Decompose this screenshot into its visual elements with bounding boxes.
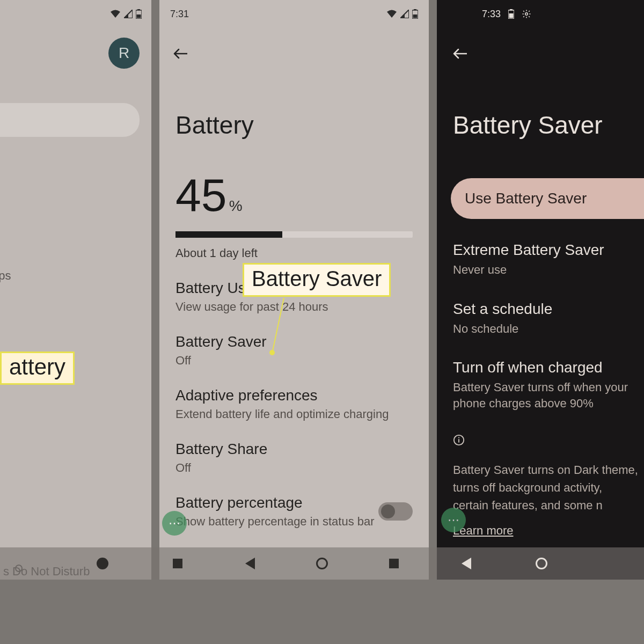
svg-rect-7 [510,9,513,10]
nav-recent-button[interactable] [389,559,399,568]
settings-item-apps[interactable]: ent apps, default apps [0,260,151,297]
signal-icon [124,10,133,18]
toggle-switch[interactable] [378,502,413,521]
battery-percent-value: 45 [175,169,227,222]
nav-seg-panel1 [0,558,215,569]
page-title: Battery [159,59,429,140]
avatar-initial: R [119,45,129,62]
status-bar: 7:31 [159,0,429,28]
svg-rect-1 [137,9,140,10]
callout-text: Battery Saver [252,267,382,290]
tutorial-fab-icon[interactable]: ⋯ [162,511,187,536]
battery-saver-panel: 7:33 Battery Saver Use Battery Saver Ext… [437,0,644,580]
svg-rect-5 [413,14,418,18]
row-title: Adaptive preferences [175,387,413,404]
arrow-left-icon [173,48,187,59]
nav-seg-panel3 [429,558,644,569]
row-title: Set a schedule [453,301,644,318]
row-sub: No schedule [453,321,644,337]
settings-item-sub: day left [0,386,151,400]
signal-icon [400,10,409,18]
svg-rect-2 [137,14,141,18]
nav-back-button[interactable] [245,558,255,569]
settings-item-sub: .85 GB free [0,445,151,459]
battery-level-fill [175,231,282,238]
row-title: Extreme Battery Saver [453,241,644,259]
row-sub: Off [175,461,413,475]
row-title: Turn off when charged [453,359,644,376]
battery-percentage-toggle-row[interactable]: Battery percentage Show battery percenta… [159,475,429,529]
nav-home-button[interactable] [316,558,328,569]
nav-recent-button[interactable] [173,559,182,568]
callout-battery-highlight: attery [0,352,75,385]
search-settings-field[interactable]: ttings [0,103,140,137]
svg-rect-4 [414,9,416,10]
battery-icon [508,9,514,19]
settings-home-panel: R ttings & internet hotspot d devices ri… [0,0,151,580]
settings-item-connected-devices[interactable]: d devices ring [0,206,151,260]
row-sub: Battery Saver turns off when your phone … [453,379,644,411]
row-sub: Off [175,354,413,368]
battery-icon [412,9,418,19]
row-sub: View usage for past 24 hours [175,300,413,314]
back-button[interactable] [437,28,644,59]
turn-off-when-charged-row[interactable]: Turn off when charged Battery Saver turn… [437,336,644,411]
row-sub: Extend battery life and optimize chargin… [175,407,413,421]
row-sub: Never use [453,262,644,278]
arrow-left-icon [453,48,467,59]
status-icons [386,9,418,19]
nav-home-button[interactable] [97,558,108,569]
status-bar: 7:33 [437,0,644,28]
status-time: 7:31 [170,9,189,20]
avatar-row: R [0,28,151,84]
extreme-battery-saver-row[interactable]: Extreme Battery Saver Never use [437,219,644,278]
gear-icon [522,9,531,19]
set-schedule-row[interactable]: Set a schedule No schedule [437,278,644,337]
settings-item-storage[interactable]: .85 GB free [0,414,151,473]
row-title: Battery Share [175,441,413,458]
toggle-knob [381,504,395,518]
settings-item-sub: story, conversations [0,319,151,333]
status-bar [0,0,151,28]
settings-item-sub: ring [0,232,151,246]
wifi-icon [386,10,397,18]
settings-item-network[interactable]: & internet hotspot [0,151,151,206]
settings-item-notifications[interactable]: story, conversations [0,297,151,347]
callout-pointer-dot [269,350,275,355]
battery-level-bar [175,231,413,238]
settings-item-sound[interactable]: ibration [0,473,151,533]
battery-icon [136,9,142,19]
svg-rect-8 [509,13,514,18]
svg-point-9 [525,13,528,16]
page-title: Battery Saver [437,59,644,140]
info-icon [437,412,644,446]
battery-saver-row[interactable]: Battery Saver Off [159,314,429,368]
pill-label: Use Battery Saver [465,190,587,207]
svg-rect-11 [458,439,459,442]
nav-seg-panel2 [215,558,429,569]
learn-more-link[interactable]: Learn more [437,514,644,538]
wifi-icon [110,10,121,18]
battery-saver-description: Battery Saver turns on Dark theme, turns… [437,446,644,514]
nav-home-button[interactable] [536,558,547,569]
profile-avatar[interactable]: R [108,38,140,69]
row-title: Battery percentage [175,494,375,511]
tutorial-fab-icon[interactable]: ⋯ [441,508,466,532]
settings-item-title: d devices [0,211,151,229]
battery-share-row[interactable]: Battery Share Off [159,421,429,475]
status-time: 7:33 [482,9,501,20]
battery-estimate: About 1 day left [159,238,429,260]
use-battery-saver-button[interactable]: Use Battery Saver [451,178,644,219]
android-nav-bar [0,547,644,580]
settings-item-sub: hotspot [0,178,151,192]
adaptive-preferences-row[interactable]: Adaptive preferences Extend battery life… [159,368,429,421]
settings-item-title: ibration [0,501,151,519]
battery-percent-unit: % [229,197,243,215]
row-sub: Show battery percentage in status bar [175,515,375,529]
nav-back-button[interactable] [462,558,471,569]
row-title: Battery Saver [175,333,413,350]
settings-item-title: & internet [0,156,151,174]
back-button[interactable] [159,28,429,59]
callout-text: attery [9,354,65,379]
settings-item-sub: ent apps, default apps [0,269,151,283]
